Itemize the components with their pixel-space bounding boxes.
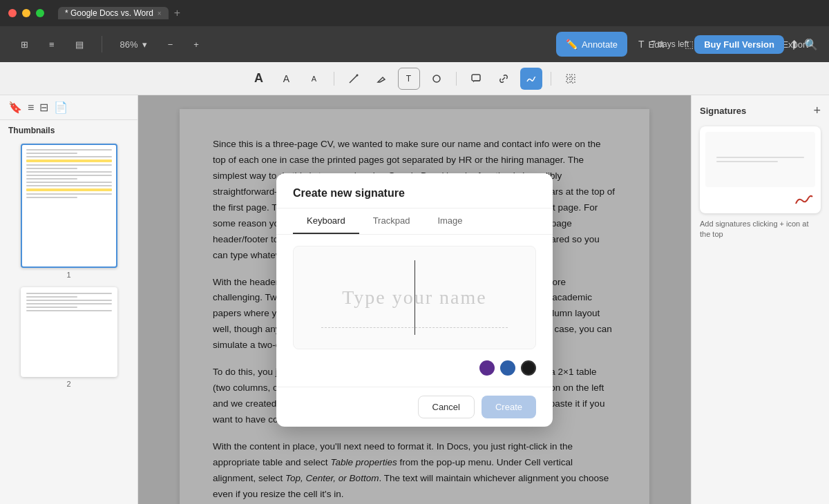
document-content-area[interactable]: Since this is a three-page CV, we wanted… xyxy=(138,95,691,504)
svg-rect-5 xyxy=(566,79,570,83)
zoom-in-button[interactable]: + xyxy=(184,32,209,57)
bookmark-tool[interactable]: 🔖 xyxy=(8,101,22,114)
tab-close-icon[interactable]: × xyxy=(158,10,162,17)
color-picker xyxy=(276,360,553,387)
thumbnail-img-1[interactable] xyxy=(21,144,117,268)
tab-image[interactable]: Image xyxy=(423,209,476,234)
page2-number: 2 xyxy=(66,380,70,388)
thumbnails-label: Thumbnails xyxy=(0,120,137,138)
modal-title: Create new signature xyxy=(293,187,405,199)
add-signature-button[interactable]: + xyxy=(813,104,821,118)
tab-keyboard[interactable]: Keyboard xyxy=(293,209,359,234)
tab-trackpad[interactable]: Trackpad xyxy=(359,209,424,234)
cancel-button[interactable]: Cancel xyxy=(418,396,475,418)
close-button[interactable] xyxy=(8,9,17,17)
main-layout: 🔖 ≡ ⊟ 📄 Thumbnails xyxy=(0,95,829,504)
new-tab-button[interactable]: + xyxy=(171,7,183,19)
modal-tabs: Keyboard Trackpad Image xyxy=(276,209,553,235)
left-sidebar: 🔖 ≡ ⊟ 📄 Thumbnails xyxy=(0,95,138,504)
page1-number: 1 xyxy=(66,271,70,279)
svg-rect-6 xyxy=(571,79,575,83)
text-small-tool[interactable]: A xyxy=(303,68,325,90)
panel-hint: Add signatures clicking + icon at the to… xyxy=(700,219,821,240)
signature-tool[interactable] xyxy=(520,68,542,90)
link-tool[interactable] xyxy=(493,68,515,90)
zoom-selector[interactable]: 86% ▾ xyxy=(111,32,157,57)
buy-full-version-button[interactable]: Buy Full Version xyxy=(694,35,784,54)
active-tab[interactable]: * Google Docs vs. Word × xyxy=(58,7,169,19)
svg-point-1 xyxy=(433,75,440,82)
textbox-tool[interactable]: T xyxy=(398,68,420,90)
tab-title: * Google Docs vs. Word xyxy=(65,8,153,18)
page-tool[interactable]: 📄 xyxy=(54,101,68,114)
text-large-tool[interactable]: A xyxy=(248,68,270,90)
grid-icon: ⊞ xyxy=(21,39,28,50)
sidebar-toggle-button[interactable]: ⊞ xyxy=(11,32,38,57)
list-toggle-button[interactable]: ≡ xyxy=(39,32,64,57)
modal-body: Type your name xyxy=(276,235,553,360)
edit-icon: T xyxy=(638,39,645,50)
create-button[interactable]: Create xyxy=(482,396,536,418)
eraser-tool[interactable] xyxy=(370,68,392,90)
list-icon: ≡ xyxy=(49,39,55,50)
color-purple[interactable] xyxy=(479,360,495,376)
selection-tool[interactable] xyxy=(560,68,582,90)
annotate-label: Annotate xyxy=(582,39,618,50)
color-blue[interactable] xyxy=(500,360,515,376)
panel-title: Signatures xyxy=(700,106,746,116)
comment-tool[interactable] xyxy=(465,68,487,90)
signature-preview xyxy=(700,126,821,213)
search-button[interactable]: 🔍 xyxy=(804,38,818,51)
modal-header: Create new signature xyxy=(276,173,553,209)
window-controls xyxy=(8,9,44,17)
svg-rect-3 xyxy=(566,75,570,78)
signature-input-area[interactable]: Type your name xyxy=(293,246,536,349)
signature-underline xyxy=(321,327,508,328)
toc-tool[interactable]: ≡ xyxy=(28,101,34,114)
panel-header: Signatures + xyxy=(700,104,821,118)
modal-overlay[interactable]: Create new signature Keyboard Trackpad I… xyxy=(138,95,691,504)
panel-icon: ▤ xyxy=(75,39,84,50)
signature-image-area xyxy=(705,132,815,187)
titlebar: * Google Docs vs. Word × + xyxy=(0,0,829,26)
sidebar-toolbar: 🔖 ≡ ⊟ 📄 xyxy=(0,95,137,120)
text-medium-tool[interactable]: A xyxy=(276,68,298,90)
toolbar-group-left: ⊞ ≡ ▤ xyxy=(11,32,93,57)
panel-toggle-button[interactable]: ▤ xyxy=(66,32,93,57)
thumbnail-page1[interactable]: 1 xyxy=(6,144,132,279)
days-left-label: 7 days left xyxy=(651,39,689,49)
modal-footer: Cancel Create xyxy=(276,387,553,427)
color-black[interactable] xyxy=(521,360,536,376)
main-toolbar: ⊞ ≡ ▤ 86% ▾ − + ✏️ Annotate T Edit ⬚ Sca… xyxy=(0,26,829,62)
tab-bar: * Google Docs vs. Word × + xyxy=(58,7,183,19)
right-panel: Signatures + Add signatures clicking + i… xyxy=(691,95,829,504)
create-signature-modal: Create new signature Keyboard Trackpad I… xyxy=(276,173,553,427)
annotate-button[interactable]: ✏️ Annotate xyxy=(556,32,627,57)
annotate-icon: ✏️ xyxy=(566,39,578,50)
toolbar-right: 7 days left Buy Full Version ⬆ 🔍 xyxy=(651,35,818,54)
svg-point-0 xyxy=(356,74,358,76)
zoom-out-button[interactable]: − xyxy=(158,32,183,57)
maximize-button[interactable] xyxy=(36,9,44,17)
shape-tool[interactable] xyxy=(426,68,448,90)
annotation-toolbar: A A A T xyxy=(0,62,829,95)
svg-rect-2 xyxy=(472,75,480,81)
zoom-value: 86% xyxy=(120,39,138,50)
pen-tool[interactable] xyxy=(343,68,365,90)
share-button[interactable]: ⬆ xyxy=(790,38,799,51)
cursor-line xyxy=(414,260,415,335)
thumbnail-page2[interactable]: 2 xyxy=(6,287,132,388)
zoom-group: 86% ▾ − + xyxy=(111,32,209,57)
chevron-down-icon: ▾ xyxy=(142,39,147,50)
thumbnail-tool[interactable]: ⊟ xyxy=(39,101,48,114)
minimize-button[interactable] xyxy=(22,9,30,17)
thumbnail-img-2[interactable] xyxy=(21,287,117,377)
thumbnail-area[interactable]: 1 2 xyxy=(0,138,137,504)
svg-rect-4 xyxy=(571,75,575,78)
